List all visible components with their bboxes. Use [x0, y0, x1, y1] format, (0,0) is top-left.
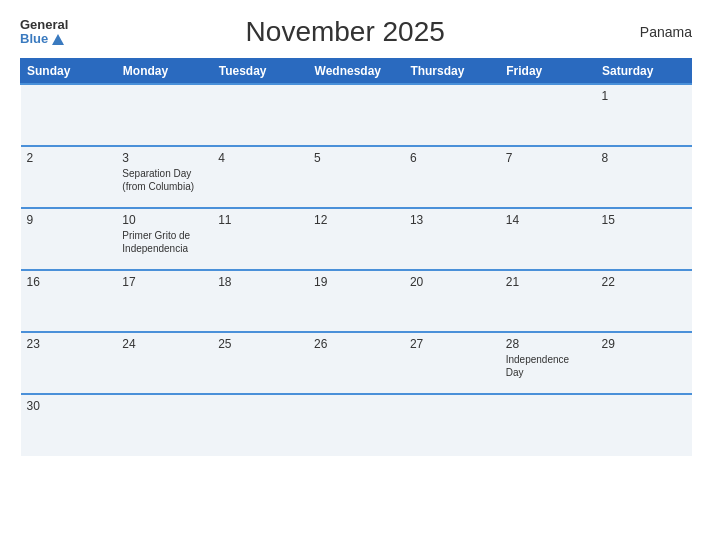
- calendar-cell: 27: [404, 332, 500, 394]
- calendar-cell: 0: [116, 84, 212, 146]
- day-number: 23: [27, 337, 111, 351]
- calendar-cell: 22: [596, 270, 692, 332]
- weekday-header-thursday: Thursday: [404, 59, 500, 85]
- calendar-cell: 0: [404, 394, 500, 456]
- day-number: 0: [410, 399, 494, 413]
- calendar-cell: 7: [500, 146, 596, 208]
- calendar-cell: 23: [21, 332, 117, 394]
- weekday-header-friday: Friday: [500, 59, 596, 85]
- calendar-cell: 21: [500, 270, 596, 332]
- day-number: 0: [122, 399, 206, 413]
- day-number: 13: [410, 213, 494, 227]
- calendar-cell: 1: [596, 84, 692, 146]
- weekday-row: SundayMondayTuesdayWednesdayThursdayFrid…: [21, 59, 692, 85]
- event-label: Independence Day: [506, 354, 569, 378]
- calendar-cell: 15: [596, 208, 692, 270]
- day-number: 8: [602, 151, 686, 165]
- calendar-week-row: 30000000: [21, 394, 692, 456]
- day-number: 29: [602, 337, 686, 351]
- day-number: 2: [27, 151, 111, 165]
- calendar-table: SundayMondayTuesdayWednesdayThursdayFrid…: [20, 58, 692, 456]
- weekday-header-sunday: Sunday: [21, 59, 117, 85]
- day-number: 0: [122, 89, 206, 103]
- day-number: 16: [27, 275, 111, 289]
- calendar-body: 000000123Separation Day (from Columbia)4…: [21, 84, 692, 456]
- calendar-cell: 20: [404, 270, 500, 332]
- weekday-header-saturday: Saturday: [596, 59, 692, 85]
- calendar-week-row: 0000001: [21, 84, 692, 146]
- day-number: 3: [122, 151, 206, 165]
- calendar-cell: 0: [308, 394, 404, 456]
- day-number: 21: [506, 275, 590, 289]
- day-number: 5: [314, 151, 398, 165]
- day-number: 24: [122, 337, 206, 351]
- calendar-cell: 11: [212, 208, 308, 270]
- calendar-cell: 0: [212, 394, 308, 456]
- calendar-cell: 0: [116, 394, 212, 456]
- day-number: 12: [314, 213, 398, 227]
- calendar-week-row: 16171819202122: [21, 270, 692, 332]
- day-number: 18: [218, 275, 302, 289]
- calendar-cell: 9: [21, 208, 117, 270]
- day-number: 9: [27, 213, 111, 227]
- day-number: 20: [410, 275, 494, 289]
- day-number: 27: [410, 337, 494, 351]
- event-label: Separation Day (from Columbia): [122, 168, 194, 192]
- calendar-cell: 0: [308, 84, 404, 146]
- day-number: 0: [314, 89, 398, 103]
- day-number: 28: [506, 337, 590, 351]
- day-number: 6: [410, 151, 494, 165]
- calendar-cell: 29: [596, 332, 692, 394]
- calendar-cell: 0: [404, 84, 500, 146]
- calendar-cell: 8: [596, 146, 692, 208]
- calendar-header: SundayMondayTuesdayWednesdayThursdayFrid…: [21, 59, 692, 85]
- country-label: Panama: [622, 24, 692, 40]
- calendar-cell: 0: [500, 84, 596, 146]
- day-number: 0: [602, 399, 686, 413]
- day-number: 0: [27, 89, 111, 103]
- calendar-cell: 26: [308, 332, 404, 394]
- calendar-title: November 2025: [68, 16, 622, 48]
- calendar-cell: 4: [212, 146, 308, 208]
- calendar-cell: 30: [21, 394, 117, 456]
- calendar-week-row: 23Separation Day (from Columbia)45678: [21, 146, 692, 208]
- day-number: 14: [506, 213, 590, 227]
- logo-blue-text: Blue: [20, 32, 64, 46]
- calendar-cell: 14: [500, 208, 596, 270]
- calendar-cell: 17: [116, 270, 212, 332]
- calendar-cell: 19: [308, 270, 404, 332]
- day-number: 22: [602, 275, 686, 289]
- day-number: 0: [506, 89, 590, 103]
- day-number: 25: [218, 337, 302, 351]
- day-number: 10: [122, 213, 206, 227]
- calendar-cell: 0: [21, 84, 117, 146]
- calendar-cell: 12: [308, 208, 404, 270]
- calendar-cell: 24: [116, 332, 212, 394]
- weekday-header-wednesday: Wednesday: [308, 59, 404, 85]
- header: General Blue November 2025 Panama: [20, 16, 692, 48]
- calendar-week-row: 910Primer Grito de Independencia11121314…: [21, 208, 692, 270]
- day-number: 30: [27, 399, 111, 413]
- calendar-cell: 25: [212, 332, 308, 394]
- calendar-cell: 18: [212, 270, 308, 332]
- calendar-cell: 5: [308, 146, 404, 208]
- day-number: 0: [410, 89, 494, 103]
- calendar-week-row: 232425262728Independence Day29: [21, 332, 692, 394]
- day-number: 15: [602, 213, 686, 227]
- calendar-cell: 10Primer Grito de Independencia: [116, 208, 212, 270]
- calendar-cell: 28Independence Day: [500, 332, 596, 394]
- calendar-cell: 0: [596, 394, 692, 456]
- day-number: 7: [506, 151, 590, 165]
- calendar-cell: 6: [404, 146, 500, 208]
- logo-general-text: General: [20, 18, 68, 32]
- day-number: 1: [602, 89, 686, 103]
- day-number: 11: [218, 213, 302, 227]
- day-number: 17: [122, 275, 206, 289]
- calendar-cell: 13: [404, 208, 500, 270]
- weekday-header-monday: Monday: [116, 59, 212, 85]
- day-number: 0: [314, 399, 398, 413]
- day-number: 26: [314, 337, 398, 351]
- calendar-cell: 0: [212, 84, 308, 146]
- weekday-header-tuesday: Tuesday: [212, 59, 308, 85]
- day-number: 0: [218, 89, 302, 103]
